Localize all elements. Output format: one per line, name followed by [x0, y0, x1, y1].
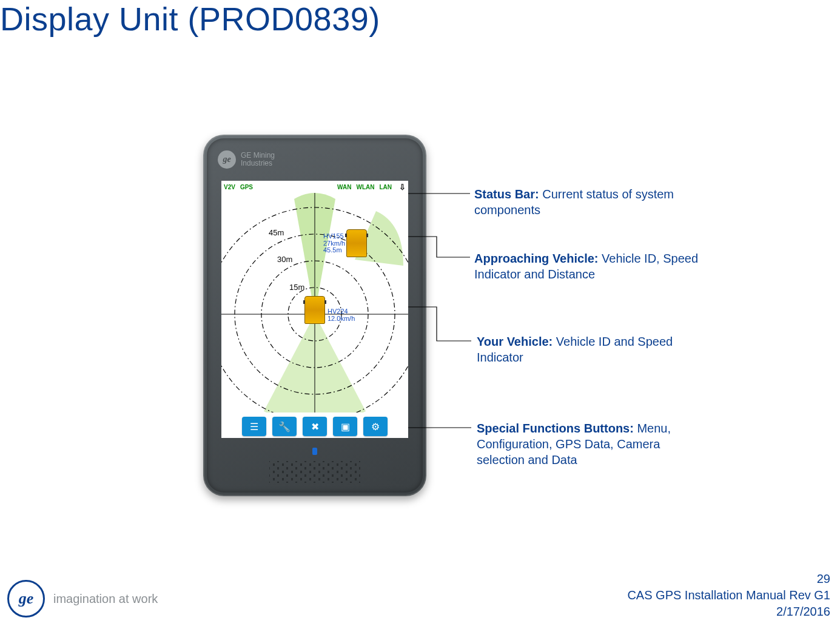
device-screen: V2V GPS WAN WLAN LAN ⇩ [221, 181, 408, 438]
radar-view: 45m 30m 15m HV155 27km/h 45.5m HV224 12.… [221, 193, 408, 412]
page-number: 29 [627, 571, 830, 587]
status-bar: V2V GPS WAN WLAN LAN ⇩ [221, 181, 408, 193]
footer-meta: 29 CAS GPS Installation Manual Rev G1 2/… [627, 571, 830, 620]
annotation-your-vehicle: Your Vehicle: Vehicle ID and Speed Indic… [477, 334, 707, 365]
gear-icon: ⚙ [371, 421, 380, 432]
status-gps: GPS [240, 184, 253, 190]
ring-label-30: 30m [277, 255, 292, 264]
data-button[interactable]: ⚙ [363, 417, 388, 436]
device-led-icon [312, 448, 317, 455]
annotation-functions: Special Functions Buttons: Menu, Configu… [477, 420, 707, 468]
footer-tagline: imagination at work [53, 592, 158, 606]
display-unit-device: ge GE Mining Industries V2V GPS WAN WLAN… [203, 135, 426, 496]
function-buttons-row: ☰ 🔧 ✖ ▣ ⚙ [221, 412, 408, 438]
footer-logo-area: ge imagination at work [7, 580, 158, 618]
gps-data-button[interactable]: ✖ [303, 417, 327, 436]
own-vehicle-info: HV224 12.0km/h [328, 308, 355, 322]
ring-label-45: 45m [269, 228, 284, 237]
doc-title: CAS GPS Installation Manual Rev G1 [627, 587, 830, 604]
page-title: Display Unit (PROD0839) [0, 0, 380, 38]
tools-icon: ✖ [311, 421, 319, 432]
ge-logo-small-icon: ge [218, 150, 236, 169]
config-button[interactable]: 🔧 [272, 417, 297, 436]
camera-button[interactable]: ▣ [333, 417, 357, 436]
status-v2v: V2V [224, 184, 235, 190]
own-vehicle-icon [304, 296, 325, 324]
annotation-status-bar: Status Bar: Current status of system com… [474, 186, 705, 218]
device-speaker-icon [269, 461, 360, 483]
approaching-vehicle-info: HV155 27km/h 45.5m [323, 233, 345, 254]
ring-label-15: 15m [289, 283, 304, 292]
ge-logo-icon: ge [7, 580, 45, 618]
brand-line2: Industries [241, 160, 275, 167]
status-wan: WAN [337, 184, 351, 190]
doc-date: 2/17/2016 [627, 604, 830, 620]
menu-icon: ☰ [250, 421, 258, 432]
status-lan: LAN [379, 184, 392, 190]
status-wlan: WLAN [356, 184, 374, 190]
device-brand: ge GE Mining Industries [218, 150, 275, 169]
annotation-approaching: Approaching Vehicle: Vehicle ID, Speed I… [474, 251, 705, 282]
approaching-vehicle-icon [346, 229, 367, 257]
camera-icon: ▣ [341, 421, 350, 432]
download-arrow-icon: ⇩ [399, 183, 406, 192]
wrench-icon: 🔧 [278, 421, 291, 432]
menu-button[interactable]: ☰ [242, 417, 266, 436]
